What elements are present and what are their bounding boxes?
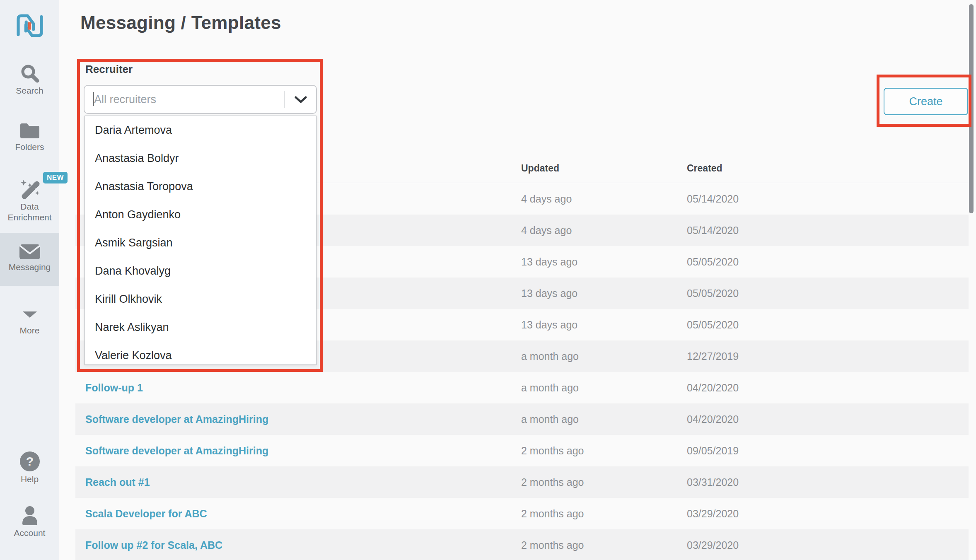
- updated-cell: 4 days ago: [521, 215, 572, 246]
- recruiter-select[interactable]: All recruiters: [84, 85, 317, 114]
- table-row: Software developer at AmazingHiringa mon…: [75, 403, 969, 435]
- folder-icon: [19, 122, 41, 140]
- updated-cell: a month ago: [521, 340, 579, 372]
- envelope-icon: [19, 244, 41, 260]
- sidebar-item-label: Messaging: [0, 262, 59, 273]
- app-logo[interactable]: [0, 9, 59, 44]
- table-row: Software developer at AmazingHiring2 mon…: [75, 435, 969, 466]
- sidebar-item-label: Enrichment: [0, 212, 59, 223]
- updated-cell: a month ago: [521, 372, 579, 403]
- table-row: Scala Developer for ABC2 months ago03/29…: [75, 498, 969, 529]
- recruiter-option[interactable]: Anton Gaydienko: [85, 200, 316, 229]
- recruiter-select-placeholder: All recruiters: [93, 86, 156, 113]
- sidebar-item-messaging[interactable]: Messaging: [0, 244, 59, 273]
- created-cell: 09/05/2019: [687, 435, 739, 466]
- help-icon: ?: [19, 451, 41, 472]
- updated-cell: 4 days ago: [521, 183, 572, 215]
- updated-cell: 2 months ago: [521, 466, 584, 498]
- created-cell: 05/14/2020: [687, 215, 739, 246]
- sidebar-item-label: Account: [0, 528, 59, 538]
- created-cell: 03/31/2020: [687, 466, 739, 498]
- created-cell: 04/20/2020: [687, 372, 739, 403]
- sidebar-item-account[interactable]: Account: [0, 504, 59, 538]
- recruiter-option[interactable]: Kirill Olkhovik: [85, 285, 316, 313]
- created-cell: 03/29/2020: [687, 529, 739, 560]
- created-cell: 12/27/2019: [687, 340, 739, 372]
- chevron-down-icon: [23, 311, 37, 318]
- sidebar-item-more[interactable]: More: [0, 311, 59, 336]
- column-header-updated: Updated: [521, 153, 559, 183]
- sidebar-item-help[interactable]: ? Help: [0, 451, 59, 485]
- sidebar-item-folders[interactable]: Folders: [0, 122, 59, 152]
- sidebar-item-label: Help: [0, 474, 59, 485]
- new-badge: NEW: [43, 172, 68, 183]
- table-row: Follow up #2 for Scala, ABC2 months ago0…: [75, 529, 969, 560]
- sidebar-item-label: Search: [0, 85, 59, 96]
- sidebar: Search Folders Data Enrichment Messaging…: [0, 0, 59, 560]
- magic-wand-icon: [19, 177, 41, 200]
- template-name-link[interactable]: Reach out #1: [85, 466, 150, 498]
- sidebar-item-label: Folders: [0, 142, 59, 152]
- sidebar-item-label: More: [0, 325, 59, 336]
- recruiter-dropdown-list: Daria ArtemovaAnastasia BoldyrAnastasia …: [85, 116, 316, 365]
- created-cell: 05/05/2020: [687, 278, 739, 309]
- dropdown-scrollbar[interactable]: [969, 4, 974, 213]
- updated-cell: 13 days ago: [521, 246, 577, 278]
- created-cell: 03/29/2020: [687, 498, 739, 529]
- sidebar-item-data-enrichment[interactable]: Data Enrichment: [0, 177, 59, 223]
- table-row: Reach out #12 months ago03/31/2020: [75, 466, 969, 498]
- recruiter-option[interactable]: Valerie Kozlova: [85, 341, 316, 365]
- template-name-link[interactable]: Follow-up 1: [85, 372, 143, 403]
- recruiter-option[interactable]: Asmik Sargsian: [85, 229, 316, 257]
- recruiter-option[interactable]: Anastasia Toropova: [85, 172, 316, 200]
- recruiter-option[interactable]: Dana Khovalyg: [85, 257, 316, 285]
- table-row: Follow-up 1a month ago04/20/2020: [75, 372, 969, 403]
- template-name-link[interactable]: Software developer at AmazingHiring: [85, 435, 268, 466]
- recruiter-option[interactable]: Anastasia Boldyr: [85, 144, 316, 172]
- updated-cell: 2 months ago: [521, 498, 584, 529]
- user-icon: [19, 504, 41, 526]
- created-cell: 05/05/2020: [687, 309, 739, 340]
- updated-cell: 13 days ago: [521, 309, 577, 340]
- amazinghiring-logo-icon: [13, 9, 46, 42]
- svg-text:?: ?: [26, 454, 33, 468]
- template-name-link[interactable]: Scala Developer for ABC: [85, 498, 207, 529]
- created-cell: 05/05/2020: [687, 246, 739, 278]
- recruiter-option[interactable]: Narek Aslikyan: [85, 313, 316, 341]
- recruiter-option[interactable]: Daria Artemova: [85, 116, 316, 144]
- updated-cell: 2 months ago: [521, 435, 584, 466]
- select-divider: [284, 91, 285, 108]
- text-cursor: [93, 92, 94, 106]
- updated-cell: a month ago: [521, 403, 579, 435]
- chevron-down-icon[interactable]: [295, 96, 307, 104]
- column-header-created: Created: [687, 153, 722, 183]
- updated-cell: 13 days ago: [521, 278, 577, 309]
- search-icon: [19, 63, 40, 84]
- created-cell: 04/20/2020: [687, 403, 739, 435]
- updated-cell: 2 months ago: [521, 529, 584, 560]
- sidebar-item-search[interactable]: Search: [0, 63, 59, 96]
- create-button[interactable]: Create: [884, 88, 968, 115]
- recruiter-filter-label: Recruiter: [85, 63, 133, 76]
- created-cell: 05/14/2020: [687, 183, 739, 215]
- sidebar-item-label: Data: [0, 201, 59, 212]
- template-name-link[interactable]: Follow up #2 for Scala, ABC: [85, 529, 222, 560]
- page-title: Messaging / Templates: [80, 12, 281, 33]
- template-name-link[interactable]: Software developer at AmazingHiring: [85, 403, 268, 435]
